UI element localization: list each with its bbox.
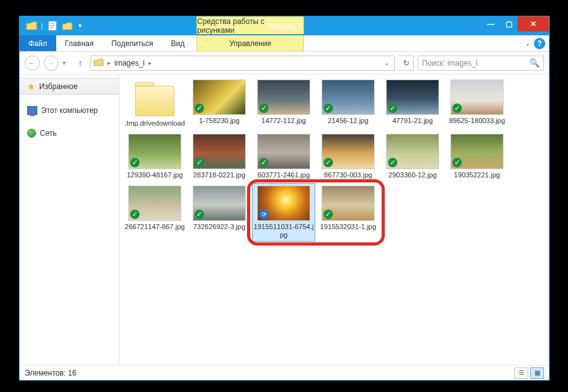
content-area[interactable]: .tmp.drivedownload✓1-758230.jpg✓14772-11… xyxy=(119,74,549,365)
tab-manage[interactable]: Управление xyxy=(196,35,304,52)
files-grid: .tmp.drivedownload✓1-758230.jpg✓14772-11… xyxy=(123,77,545,242)
window-controls: — ▢ ✕ xyxy=(482,16,549,32)
file-name: 2903360-12.jpg xyxy=(389,171,437,179)
view-thumbnails-button[interactable]: ▦ xyxy=(530,367,544,379)
refresh-button[interactable]: ↻ xyxy=(399,56,414,71)
synced-check-icon: ✓ xyxy=(452,104,462,113)
svg-rect-3 xyxy=(50,27,53,28)
synced-check-icon: ✓ xyxy=(388,104,397,113)
view-details-button[interactable]: ☰ xyxy=(514,367,528,379)
syncing-icon: ⟳ xyxy=(259,210,269,219)
nav-tree: ★ Избранное Этот компьютер Сеть xyxy=(20,74,119,365)
file-name: 47791-21.jpg xyxy=(392,117,433,125)
minimize-button[interactable]: — xyxy=(482,16,500,32)
image-item[interactable]: ✓266721147-867.jpg xyxy=(123,183,186,242)
file-name: 867730-003.jpg xyxy=(324,171,372,179)
synced-check-icon: ✓ xyxy=(130,158,140,167)
back-button[interactable]: ← xyxy=(25,56,40,71)
search-icon[interactable]: 🔍 xyxy=(529,58,540,68)
image-item[interactable]: ✓732626922-3.jpg xyxy=(188,183,251,242)
help-icon[interactable]: ? xyxy=(534,38,545,49)
folder-icon xyxy=(26,20,37,32)
expand-ribbon-icon[interactable]: ⌄ xyxy=(525,40,530,47)
history-dropdown-icon[interactable]: ▾ xyxy=(63,59,70,66)
thumbnail: ✓ xyxy=(193,134,246,169)
tree-label: Этот компьютер xyxy=(41,106,98,115)
folder-item[interactable]: .tmp.drivedownload xyxy=(123,77,186,130)
maximize-button[interactable]: ▢ xyxy=(500,16,517,32)
properties-icon[interactable] xyxy=(47,20,58,32)
file-name: 603771-2461.jpg xyxy=(258,171,310,179)
image-item[interactable]: ✓1-758230.jpg xyxy=(188,77,251,130)
thumbnail: ✓ xyxy=(193,186,246,221)
titlebar: | ▼ Средства работы с рисунками images_l… xyxy=(20,16,549,35)
statusbar: Элементов: 16 ☰ ▦ xyxy=(20,365,549,380)
thumbnail: ✓ xyxy=(322,80,375,115)
synced-check-icon: ✓ xyxy=(195,104,204,113)
file-name: 266721147-867.jpg xyxy=(125,223,185,231)
image-item[interactable]: ✓129390-48167.jpg xyxy=(123,131,186,182)
thumbnail: ✓ xyxy=(128,186,181,221)
image-item[interactable]: ✓1915532031-1.jpg xyxy=(317,183,380,242)
thumbnail: ✓ xyxy=(257,134,310,169)
close-button[interactable]: ✕ xyxy=(517,16,549,32)
new-folder-icon[interactable] xyxy=(62,20,73,32)
breadcrumb-sep-icon[interactable]: ▸ xyxy=(107,59,111,66)
image-item[interactable]: ✓283718-0221.jpg xyxy=(188,131,251,182)
tree-label: Сеть xyxy=(40,129,57,138)
ribbon-tabs: Файл Главная Поделиться Вид Управление ⌄… xyxy=(20,35,549,52)
synced-check-icon: ✓ xyxy=(323,210,333,219)
thumbnail: ✓ xyxy=(322,186,375,221)
breadcrumb-segment[interactable]: images_l xyxy=(114,59,145,68)
qat-dropdown-icon[interactable]: ▼ xyxy=(77,23,83,29)
address-bar[interactable]: ▸ images_l ▸ ⌄ xyxy=(90,56,395,71)
thumbnail: ✓ xyxy=(128,134,181,169)
network-icon xyxy=(27,129,36,138)
file-name: .tmp.drivedownload xyxy=(124,119,184,128)
address-dropdown-icon[interactable]: ⌄ xyxy=(384,59,389,66)
qat-separator-icon: | xyxy=(41,21,43,30)
explorer-window: | ▼ Средства работы с рисунками images_l… xyxy=(20,16,549,380)
image-item[interactable]: ✓21456-12.jpg xyxy=(317,77,380,130)
search-placeholder: Поиск: images_l xyxy=(422,59,478,68)
svg-rect-2 xyxy=(50,25,55,26)
star-icon: ★ xyxy=(27,81,35,92)
thumbnail xyxy=(133,80,177,117)
thumbnail: ✓ xyxy=(386,134,439,169)
file-name: 129390-48167.jpg xyxy=(127,171,183,179)
tree-label: Избранное xyxy=(39,82,78,91)
image-item[interactable]: ✓603771-2461.jpg xyxy=(252,131,315,182)
image-item[interactable]: ✓867730-003.jpg xyxy=(317,131,380,182)
file-name: 89625-180033.jpg xyxy=(449,117,505,125)
image-item[interactable]: ✓14772-112.jpg xyxy=(252,77,315,130)
tree-this-pc[interactable]: Этот компьютер xyxy=(20,104,119,117)
tab-file[interactable]: Файл xyxy=(20,35,56,51)
tab-home[interactable]: Главная xyxy=(56,35,103,51)
image-item[interactable]: ✓47791-21.jpg xyxy=(381,77,444,130)
tree-favorites[interactable]: ★ Избранное xyxy=(20,78,119,95)
tab-view[interactable]: Вид xyxy=(162,35,193,51)
file-name: 1915511031-6754.jpg xyxy=(253,223,314,239)
up-button[interactable]: ↑ xyxy=(74,57,87,69)
synced-check-icon: ✓ xyxy=(195,210,204,219)
synced-check-icon: ✓ xyxy=(452,158,462,167)
forward-button[interactable]: → xyxy=(44,56,59,71)
folder-icon xyxy=(94,58,104,68)
tree-network[interactable]: Сеть xyxy=(20,126,119,140)
image-item[interactable]: ✓2903360-12.jpg xyxy=(381,131,444,182)
image-item[interactable]: ⟳1915511031-6754.jpg xyxy=(252,183,315,242)
body: ★ Избранное Этот компьютер Сеть .tmp.dri… xyxy=(20,74,549,365)
file-name: 283718-0221.jpg xyxy=(193,171,246,179)
synced-check-icon: ✓ xyxy=(259,158,269,167)
file-name: 732626922-3.jpg xyxy=(193,223,246,231)
window-title: images_l xyxy=(268,21,301,31)
breadcrumb-sep-icon[interactable]: ▸ xyxy=(148,59,152,66)
thumbnail: ✓ xyxy=(193,80,246,115)
tab-share[interactable]: Поделиться xyxy=(102,35,162,51)
synced-check-icon: ✓ xyxy=(323,158,333,167)
thumbnail: ✓ xyxy=(386,80,439,115)
search-input[interactable]: Поиск: images_l 🔍 xyxy=(418,56,544,71)
image-item[interactable]: ✓89625-180033.jpg xyxy=(445,77,509,130)
image-item[interactable]: ✓190352221.jpg xyxy=(445,131,509,182)
synced-check-icon: ✓ xyxy=(323,104,333,113)
